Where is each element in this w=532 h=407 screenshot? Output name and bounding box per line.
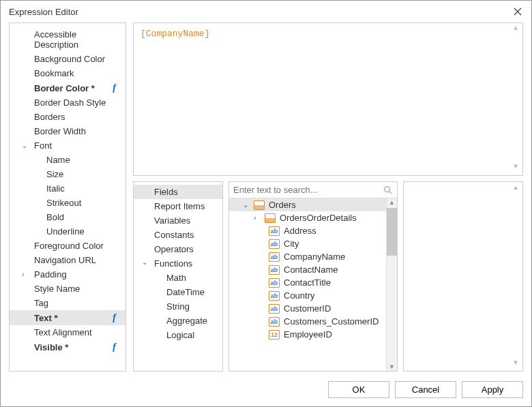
property-label: Bold [46, 212, 64, 222]
category-item[interactable]: Math [134, 271, 222, 285]
property-item[interactable]: Foreground Color [10, 239, 125, 253]
property-label: Foreground Color [34, 241, 104, 251]
category-item[interactable]: Operators [134, 242, 222, 256]
field-item[interactable]: ContactTitle [229, 276, 397, 289]
property-item[interactable]: ›Padding [10, 267, 125, 282]
property-label: Name [46, 155, 70, 165]
cancel-button[interactable]: Cancel [395, 381, 456, 398]
expression-textarea[interactable]: [CompanyName] ▲ ▼ [133, 22, 523, 176]
field-label: OrdersOrderDetails [280, 213, 357, 223]
field-label: Country [284, 290, 315, 301]
category-item[interactable]: Aggregate [134, 314, 222, 328]
category-label: Variables [154, 215, 190, 226]
chevron-down-icon: ⌄ [142, 258, 147, 266]
ok-button[interactable]: OK [328, 381, 389, 398]
category-item[interactable]: DateTime [134, 285, 222, 299]
field-label: EmployeeID [284, 329, 332, 340]
property-item[interactable]: Bold [10, 210, 125, 224]
property-item[interactable]: Italic [10, 181, 125, 196]
property-item[interactable]: Underline [10, 224, 125, 239]
fields-scrollbar[interactable]: ▲ ▼ [386, 198, 397, 371]
field-item[interactable]: City [229, 237, 397, 250]
fx-icon: f [113, 342, 116, 352]
scroll-up-icon[interactable]: ▲ [510, 25, 521, 35]
category-label: String [166, 301, 190, 312]
property-item[interactable]: Text *f [10, 310, 125, 325]
search-input[interactable] [233, 185, 383, 195]
category-item[interactable]: ⌄Functions [134, 256, 222, 271]
field-item[interactable]: CompanyName [229, 250, 397, 263]
text-field-icon [269, 252, 280, 262]
property-item[interactable]: Border Dash Style [10, 95, 125, 110]
category-item[interactable]: Logical [134, 328, 222, 342]
property-item[interactable]: Style Name [10, 282, 125, 296]
svg-line-1 [389, 191, 392, 194]
dialog-footer: OK Cancel Apply [1, 377, 531, 406]
property-label: Borders [34, 112, 65, 122]
field-label: Customers_CustomerID [284, 316, 379, 327]
property-item[interactable]: Borders [10, 110, 125, 124]
category-label: Aggregate [166, 316, 207, 326]
property-item[interactable]: Text Alignment [10, 325, 125, 340]
field-item[interactable]: EmployeeID [229, 328, 397, 341]
field-item[interactable]: Customers_CustomerID [229, 315, 397, 328]
expression-text: [CompanyName] [141, 29, 209, 39]
property-item[interactable]: Accessible Description [10, 27, 125, 52]
field-item[interactable]: Country [229, 289, 397, 302]
category-item[interactable]: Fields [134, 185, 222, 199]
text-field-icon [269, 291, 280, 301]
field-item[interactable]: Address [229, 224, 397, 237]
categories-panel: FieldsReport ItemsVariablesConstantsOper… [133, 181, 223, 372]
property-item[interactable]: Background Color [10, 52, 125, 66]
category-item[interactable]: Constants [134, 228, 222, 242]
property-label: Border Width [34, 126, 86, 136]
text-field-icon [269, 317, 280, 327]
category-item[interactable]: String [134, 299, 222, 314]
text-field-icon [269, 304, 280, 314]
search-row [229, 182, 397, 198]
property-item[interactable]: ⌄Font [10, 138, 125, 153]
property-item[interactable]: Name [10, 153, 125, 167]
property-item[interactable]: Border Color *f [10, 80, 125, 95]
property-item[interactable]: Bookmark [10, 66, 125, 80]
category-label: DateTime [166, 287, 205, 297]
scroll-down-icon[interactable]: ▼ [510, 163, 521, 174]
property-label: Strikeout [46, 198, 81, 208]
number-field-icon [269, 330, 280, 340]
scroll-up-icon[interactable]: ▲ [387, 199, 397, 206]
property-item[interactable]: Visible *f [10, 340, 125, 355]
field-label: ContactName [284, 265, 338, 275]
category-item[interactable]: Report Items [134, 199, 222, 213]
property-item[interactable]: Navigation URL [10, 253, 125, 267]
fields-panel: ⌄Orders›OrdersOrderDetailsAddressCityCom… [228, 181, 398, 372]
field-label: CustomerID [284, 303, 331, 314]
apply-button[interactable]: Apply [462, 381, 523, 398]
lower-panels: FieldsReport ItemsVariablesConstantsOper… [133, 181, 523, 372]
property-label: Visible * [34, 342, 68, 352]
property-item[interactable]: Tag [10, 296, 125, 310]
field-item[interactable]: CustomerID [229, 302, 397, 315]
fields-list: ⌄Orders›OrdersOrderDetailsAddressCityCom… [229, 198, 397, 371]
close-button[interactable] [511, 5, 524, 18]
svg-point-0 [385, 186, 390, 192]
property-item[interactable]: Border Width [10, 124, 125, 138]
property-label: Border Color * [34, 83, 95, 93]
property-label: Underline [46, 226, 85, 237]
field-item[interactable]: ›OrdersOrderDetails [229, 211, 397, 224]
scroll-up-icon[interactable]: ▲ [510, 183, 521, 194]
category-label: Logical [166, 330, 194, 340]
property-label: Navigation URL [34, 255, 96, 265]
scroll-down-icon[interactable]: ▼ [387, 363, 397, 370]
property-label: Tag [34, 298, 48, 308]
content-area: Accessible DescriptionBackground ColorBo… [1, 22, 531, 377]
category-item[interactable]: Variables [134, 213, 222, 228]
property-label: Text Alignment [34, 327, 92, 337]
scroll-down-icon[interactable]: ▼ [510, 359, 521, 370]
field-item[interactable]: ⌄Orders [229, 198, 397, 211]
fx-icon: f [113, 312, 116, 323]
scroll-thumb[interactable] [387, 208, 397, 256]
property-item[interactable]: Strikeout [10, 196, 125, 210]
field-item[interactable]: ContactName [229, 263, 397, 276]
property-item[interactable]: Size [10, 167, 125, 181]
property-label: Font [34, 140, 52, 151]
